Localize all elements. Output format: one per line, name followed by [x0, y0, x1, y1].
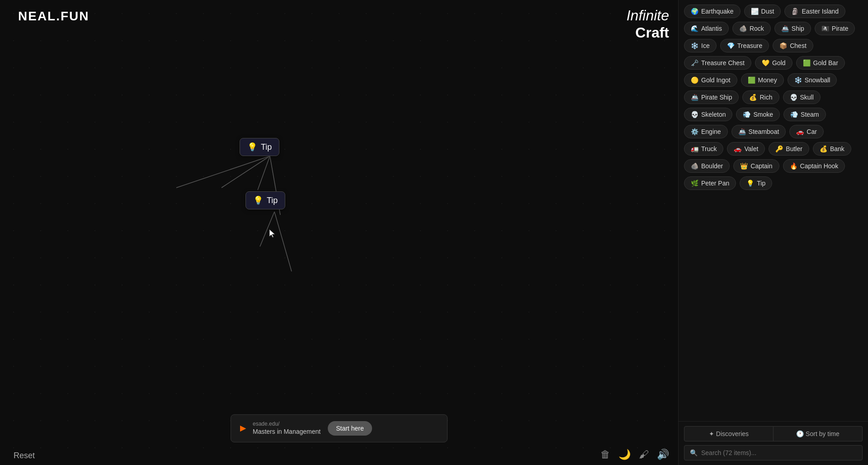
- item-emoji: 💎: [727, 42, 735, 49]
- item-emoji: 🗿: [791, 8, 799, 15]
- item-label: Ice: [701, 42, 710, 49]
- sidebar-item-steamboat[interactable]: 🚢Steamboat: [731, 125, 786, 138]
- sidebar-item-dust[interactable]: 🌫️Dust: [744, 5, 781, 18]
- sidebar-item-tip[interactable]: 💡Tip: [740, 176, 772, 190]
- item-label: Captain: [750, 162, 772, 170]
- item-label: Ship: [792, 25, 804, 32]
- item-emoji: 🚢: [781, 25, 789, 32]
- item-emoji: 🟡: [691, 76, 698, 84]
- sidebar-item-snowball[interactable]: ❄️Snowball: [788, 73, 837, 87]
- item-emoji: 🪨: [691, 162, 698, 170]
- item-label: Easter Island: [802, 8, 839, 15]
- ad-cta-button[interactable]: Start here: [328, 421, 372, 436]
- item-emoji: 🔑: [775, 145, 783, 152]
- ad-source: esade.edu/: [253, 420, 321, 428]
- item-emoji: 💨: [790, 111, 798, 118]
- sidebar-item-captain[interactable]: 👑Captain: [733, 159, 779, 173]
- item-label: Gold Bar: [813, 59, 838, 66]
- sidebar-item-bank[interactable]: 💰Bank: [813, 142, 851, 156]
- search-box: 🔍: [684, 445, 863, 460]
- sidebar-item-valet[interactable]: 🚗Valet: [727, 142, 765, 156]
- discoveries-icon: ✦: [709, 430, 714, 437]
- item-emoji: 🟩: [803, 59, 811, 66]
- sidebar-item-treasure-chest[interactable]: 🗝️Treasure Chest: [684, 56, 751, 70]
- sidebar-item-money[interactable]: 🟩Money: [741, 73, 784, 87]
- item-emoji: 🚗: [734, 145, 741, 152]
- item-label: Chest: [790, 42, 807, 49]
- item-label: Earthquake: [701, 8, 734, 15]
- tip2-label: Tip: [267, 196, 278, 205]
- sort-icon: 🕐: [796, 430, 804, 437]
- sidebar-item-gold-bar[interactable]: 🟩Gold Bar: [796, 56, 845, 70]
- sidebar-item-gold-ingot[interactable]: 🟡Gold Ingot: [684, 73, 737, 87]
- item-emoji: 🌍: [691, 8, 698, 15]
- sidebar-item-captain-hook[interactable]: 🔥Captain Hook: [783, 159, 845, 173]
- sort-tab[interactable]: 🕐 Sort by time: [774, 426, 863, 441]
- svg-line-5: [274, 212, 292, 271]
- sidebar-item-smoke[interactable]: 💨Smoke: [736, 108, 780, 121]
- discoveries-tab[interactable]: ✦ Discoveries: [684, 426, 774, 441]
- item-emoji: 💨: [743, 111, 750, 118]
- sidebar-item-gold[interactable]: 💛Gold: [755, 56, 793, 70]
- connection-lines: [0, 0, 678, 465]
- sidebar-item-steam[interactable]: 💨Steam: [783, 108, 826, 121]
- tip1-emoji: 💡: [247, 142, 257, 152]
- canvas[interactable]: NEAL.FUN Infinite Craft 💡 Tip 💡 Tip ▶ es…: [0, 0, 678, 465]
- item-label: Steamboat: [749, 128, 779, 135]
- sidebar-item-engine[interactable]: ⚙️Engine: [684, 125, 728, 138]
- sidebar-item-rock[interactable]: 🪨Rock: [732, 22, 771, 35]
- ad-close-icon[interactable]: ▶: [240, 424, 245, 432]
- sidebar-item-ice[interactable]: ❄️Ice: [684, 39, 717, 52]
- item-label: Rich: [760, 94, 772, 101]
- sidebar-item-skeleton[interactable]: 💀Skeleton: [684, 108, 732, 121]
- item-label: Engine: [701, 128, 721, 135]
- item-emoji: 🌫️: [751, 8, 759, 15]
- item-emoji: 🟩: [748, 76, 755, 84]
- sidebar-item-chest[interactable]: 📦Chest: [773, 39, 813, 52]
- tip1-label: Tip: [261, 142, 272, 152]
- sidebar-item-butler[interactable]: 🔑Butler: [769, 142, 809, 156]
- sidebar-item-pirate-ship[interactable]: 🚢Pirate Ship: [684, 90, 739, 104]
- ad-text: esade.edu/ Masters in Management: [253, 420, 321, 437]
- sidebar-item-ship[interactable]: 🚢Ship: [774, 22, 811, 35]
- search-icon: 🔍: [690, 449, 698, 456]
- sidebar-footer: ✦ Discoveries 🕐 Sort by time 🔍: [679, 421, 868, 465]
- sidebar-item-easter-island[interactable]: 🗿Easter Island: [784, 5, 845, 18]
- item-emoji: 🚗: [796, 128, 804, 135]
- sidebar-item-treasure[interactable]: 💎Treasure: [720, 39, 769, 52]
- sidebar-item-boulder[interactable]: 🪨Boulder: [684, 159, 730, 173]
- item-emoji: 🌿: [691, 180, 698, 187]
- sidebar-item-atlantis[interactable]: 🌊Atlantis: [684, 22, 729, 35]
- sidebar-item-peter-pan[interactable]: 🌿Peter Pan: [684, 176, 736, 190]
- cursor: [269, 228, 276, 239]
- item-label: Gold Ingot: [701, 76, 731, 84]
- sidebar-item-rich[interactable]: 💰Rich: [742, 90, 779, 104]
- tip2-emoji: 💡: [253, 195, 263, 205]
- bottom-bar: Reset: [14, 451, 669, 460]
- node-tip1[interactable]: 💡 Tip: [240, 138, 279, 156]
- item-label: Skeleton: [701, 111, 726, 118]
- sidebar-item-truck[interactable]: 🚛Truck: [684, 142, 723, 156]
- reset-button[interactable]: Reset: [14, 451, 35, 460]
- item-emoji: 🏴‍☠️: [821, 25, 829, 32]
- item-emoji: ⚙️: [691, 128, 698, 135]
- item-emoji: 🗝️: [691, 59, 698, 66]
- game-title: Infinite Craft: [627, 7, 669, 42]
- item-emoji: ❄️: [691, 42, 698, 49]
- item-label: Treasure: [737, 42, 763, 49]
- search-input[interactable]: [701, 449, 857, 456]
- svg-line-4: [260, 212, 274, 247]
- item-emoji: 🚢: [738, 128, 746, 135]
- item-label: Gold: [772, 59, 786, 66]
- svg-line-2: [176, 156, 270, 188]
- sidebar-item-pirate[interactable]: 🏴‍☠️Pirate: [815, 22, 855, 35]
- item-emoji: 💀: [790, 94, 797, 101]
- node-tip2[interactable]: 💡 Tip: [245, 191, 285, 209]
- item-emoji: 💡: [746, 180, 754, 187]
- sidebar-item-skull[interactable]: 💀Skull: [783, 90, 821, 104]
- sidebar-item-car[interactable]: 🚗Car: [789, 125, 824, 138]
- ad-headline: Masters in Management: [253, 427, 321, 437]
- sidebar-item-earthquake[interactable]: 🌍Earthquake: [684, 5, 741, 18]
- item-emoji: 🌊: [691, 25, 698, 32]
- logo: NEAL.FUN: [18, 9, 90, 24]
